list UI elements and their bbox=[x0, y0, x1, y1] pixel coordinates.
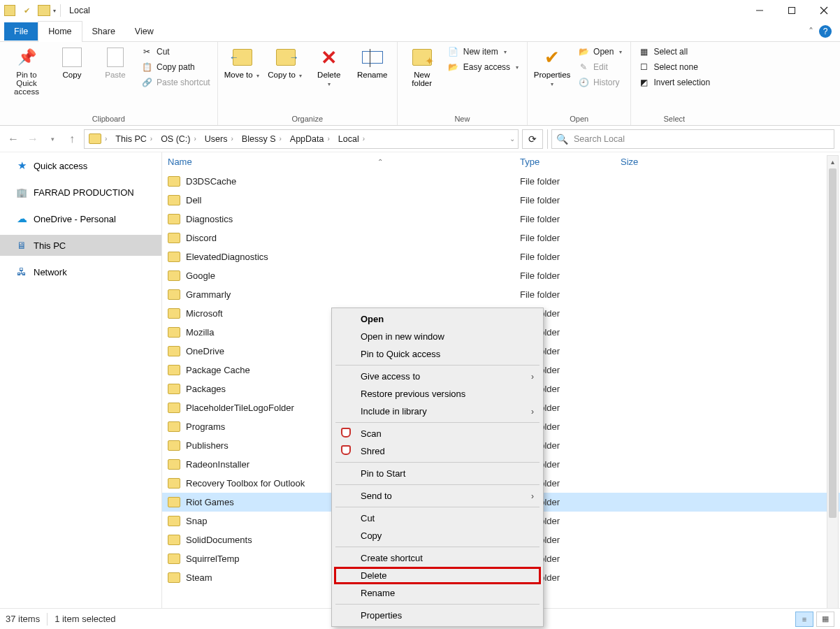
edit-button[interactable]: ✎Edit bbox=[575, 60, 626, 74]
table-row[interactable]: ElevatedDiagnosticsFile folder bbox=[162, 247, 840, 266]
menu-create-shortcut[interactable]: Create shortcut bbox=[334, 549, 541, 567]
table-row[interactable]: GoogleFile folder bbox=[162, 266, 840, 285]
table-row[interactable]: DellFile folder bbox=[162, 191, 840, 210]
menu-delete[interactable]: Delete bbox=[334, 567, 541, 584]
group-label: Clipboard bbox=[4, 114, 213, 124]
sidebar-item[interactable]: 🏢FARRAD PRODUCTION bbox=[0, 182, 161, 203]
back-button[interactable]: ← bbox=[6, 131, 21, 147]
sidebar-item[interactable]: ☁OneDrive - Personal bbox=[0, 208, 161, 229]
cut-button[interactable]: ✂Cut bbox=[138, 45, 213, 59]
menu-send-to[interactable]: Send to› bbox=[334, 487, 541, 505]
col-size[interactable]: Size bbox=[621, 157, 676, 167]
copy-label: Copy bbox=[63, 71, 82, 79]
new-item-button[interactable]: 📄New item▾ bbox=[445, 45, 523, 59]
table-row[interactable]: DiagnosticsFile folder bbox=[162, 210, 840, 229]
file-name: Riot Games bbox=[186, 497, 234, 507]
select-all-button[interactable]: ▦Select all bbox=[635, 45, 713, 59]
shield-icon bbox=[341, 445, 351, 457]
breadcrumb[interactable]: OS (C:) › bbox=[157, 134, 201, 144]
scroll-thumb[interactable] bbox=[829, 168, 837, 518]
minimize-button[interactable] bbox=[744, 0, 776, 21]
delete-button[interactable]: ✕ Delete▾ bbox=[309, 43, 349, 87]
select-none-button[interactable]: ☐Select none bbox=[635, 60, 713, 74]
chevron-down-icon[interactable]: ⌄ bbox=[509, 135, 515, 143]
search-input[interactable]: 🔍 Search Local bbox=[551, 129, 834, 149]
folder-icon bbox=[168, 440, 180, 451]
folder-icon bbox=[168, 233, 180, 243]
breadcrumb[interactable]: Local › bbox=[334, 134, 369, 144]
table-row[interactable]: GrammarlyFile folder bbox=[162, 285, 840, 304]
menu-pin-to-start[interactable]: Pin to Start bbox=[334, 465, 541, 482]
folder-icon bbox=[168, 535, 180, 545]
menu-shred[interactable]: Shred bbox=[334, 442, 541, 460]
menu-scan[interactable]: Scan bbox=[334, 425, 541, 442]
pin-to-quick-access-button[interactable]: 📌 Pin to Quick access bbox=[4, 43, 49, 96]
help-button[interactable]: ? bbox=[819, 25, 832, 38]
tab-file[interactable]: File bbox=[4, 22, 38, 41]
new-folder-button[interactable]: ✦ New folder bbox=[402, 43, 442, 87]
table-row[interactable]: D3DSCacheFile folder bbox=[162, 172, 840, 191]
qat-command[interactable] bbox=[18, 2, 35, 19]
table-row[interactable]: DiscordFile folder bbox=[162, 229, 840, 247]
menu-rename[interactable]: Rename bbox=[334, 584, 541, 602]
folder-icon bbox=[168, 327, 180, 338]
thumbnails-view-button[interactable]: ▦ bbox=[816, 612, 834, 627]
address-bar[interactable]: › This PC › OS (C:) › Users › Blessy S ›… bbox=[84, 129, 519, 149]
properties-button[interactable]: ✔ Properties▾ bbox=[532, 43, 572, 87]
qat-dropdown[interactable]: ▾ bbox=[53, 8, 56, 14]
col-name[interactable]: Name⌃ bbox=[168, 157, 391, 167]
folder-icon bbox=[38, 5, 50, 16]
breadcrumb[interactable]: Blessy S › bbox=[238, 134, 286, 144]
tab-home[interactable]: Home bbox=[38, 21, 82, 42]
menu-pin-quick-access[interactable]: Pin to Quick access bbox=[334, 345, 541, 363]
menu-copy[interactable]: Copy bbox=[334, 527, 541, 544]
paste-button[interactable]: Paste bbox=[95, 43, 136, 79]
breadcrumb[interactable]: This PC › bbox=[111, 134, 157, 144]
maximize-button[interactable] bbox=[776, 0, 808, 21]
invert-selection-button[interactable]: ◩Invert selection bbox=[635, 75, 713, 89]
menu-open-new-window[interactable]: Open in new window bbox=[334, 328, 541, 345]
breadcrumb[interactable]: AppData › bbox=[286, 134, 334, 144]
col-type[interactable]: Type bbox=[520, 157, 621, 167]
close-button[interactable] bbox=[808, 0, 840, 21]
folder-icon bbox=[168, 554, 180, 564]
open-button[interactable]: 📂Open▾ bbox=[575, 45, 626, 59]
easy-access-button[interactable]: 📂Easy access▾ bbox=[445, 60, 523, 74]
file-name: Publishers bbox=[186, 440, 229, 451]
sort-indicator-icon: ⌃ bbox=[377, 158, 383, 166]
collapse-ribbon-button[interactable]: ˄ bbox=[809, 26, 813, 37]
menu-cut[interactable]: Cut bbox=[334, 509, 541, 527]
sidebar-item[interactable]: 🖥This PC bbox=[0, 235, 161, 256]
file-type: File folder bbox=[520, 233, 621, 243]
forward-button[interactable]: → bbox=[25, 131, 41, 147]
folder-icon bbox=[168, 572, 180, 583]
tab-share[interactable]: Share bbox=[82, 21, 125, 42]
menu-open[interactable]: Open bbox=[334, 310, 541, 328]
recent-locations-button[interactable]: ▾ bbox=[45, 131, 60, 147]
sidebar-item-label: FARRAD PRODUCTION bbox=[34, 187, 134, 198]
file-type: File folder bbox=[520, 176, 621, 187]
copy-path-button[interactable]: 📋Copy path bbox=[138, 60, 213, 74]
breadcrumb[interactable]: Users › bbox=[201, 134, 238, 144]
folder-icon bbox=[168, 478, 180, 489]
paste-shortcut-button[interactable]: 🔗Paste shortcut bbox=[138, 75, 213, 89]
rename-button[interactable]: Rename bbox=[352, 43, 393, 79]
sidebar-item[interactable]: ★Quick access bbox=[0, 155, 161, 176]
menu-include-in-library[interactable]: Include in library› bbox=[334, 403, 541, 420]
sidebar-item[interactable]: 🖧Network bbox=[0, 261, 161, 282]
refresh-button[interactable]: ⟳ bbox=[522, 129, 543, 149]
history-button[interactable]: 🕘History bbox=[575, 75, 626, 89]
menu-give-access-to[interactable]: Give access to› bbox=[334, 368, 541, 385]
sidebar-item-label: OneDrive - Personal bbox=[34, 214, 116, 224]
menu-restore-previous[interactable]: Restore previous versions bbox=[334, 385, 541, 403]
open-icon: 📂 bbox=[578, 46, 589, 57]
details-view-button[interactable]: ≡ bbox=[795, 612, 813, 627]
vertical-scrollbar[interactable]: ▴ ▾ bbox=[827, 155, 839, 616]
copy-to-button[interactable]: → Copy to ▾ bbox=[266, 43, 306, 79]
move-to-button[interactable]: ← Move to ▾ bbox=[222, 43, 263, 79]
scroll-up-icon[interactable]: ▴ bbox=[827, 156, 838, 167]
up-button[interactable]: ↑ bbox=[64, 131, 80, 147]
tab-view[interactable]: View bbox=[125, 21, 164, 42]
menu-properties[interactable]: Properties bbox=[334, 607, 541, 624]
copy-button[interactable]: Copy bbox=[52, 43, 92, 79]
